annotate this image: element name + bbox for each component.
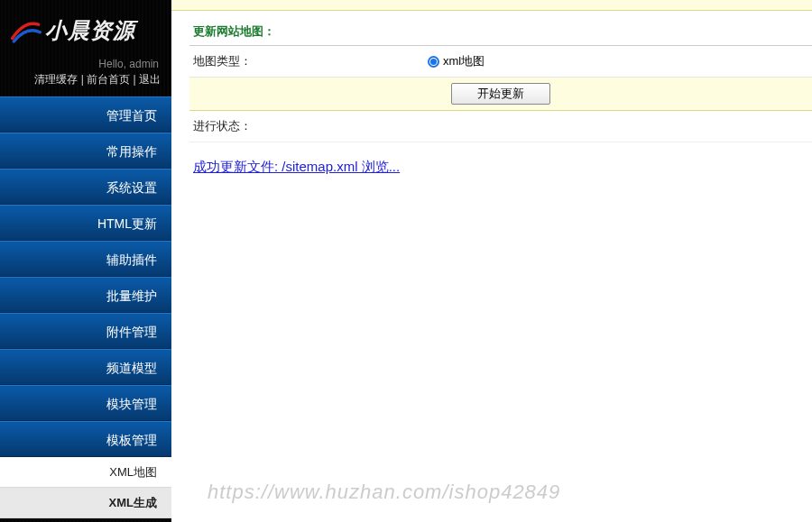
front-home-link[interactable]: 前台首页 <box>87 73 130 86</box>
logo-text: 小晨资源 <box>45 16 135 45</box>
top-links: 清理缓存 | 前台首页 | 退出 <box>0 72 171 96</box>
watermark: https://www.huzhan.com/ishop42849 <box>208 481 560 504</box>
submenu-xml-map[interactable]: XML地图 <box>0 457 171 488</box>
sidebar: 小晨资源 Hello, admin 清理缓存 | 前台首页 | 退出 管理首页 … <box>0 0 171 522</box>
submenu-xml-generate[interactable]: XML生成 <box>0 488 171 518</box>
progress-label: 进行状态： <box>189 111 812 142</box>
logout-link[interactable]: 退出 <box>139 73 161 86</box>
start-update-button[interactable]: 开始更新 <box>451 83 550 105</box>
map-type-row: 地图类型： xml地图 <box>189 46 812 78</box>
xml-radio-label: xml地图 <box>443 53 484 69</box>
clear-cache-link[interactable]: 清理缓存 <box>34 73 78 86</box>
menu-item-channel[interactable]: 频道模型 <box>0 349 171 385</box>
main-menu: 管理首页 常用操作 系统设置 HTML更新 辅助插件 批量维护 附件管理 频道模… <box>0 96 171 518</box>
logo: 小晨资源 <box>0 0 171 54</box>
menu-item-template[interactable]: 模板管理 <box>0 421 171 457</box>
menu-item-plugins[interactable]: 辅助插件 <box>0 241 171 277</box>
hello-user: Hello, admin <box>0 54 171 72</box>
menu-item-batch[interactable]: 批量维护 <box>0 277 171 313</box>
logo-icon <box>11 18 42 43</box>
top-notice-bar <box>171 0 812 11</box>
menu-item-common[interactable]: 常用操作 <box>0 133 171 169</box>
xml-radio[interactable] <box>428 56 439 68</box>
main-content: 更新网站地图： 地图类型： xml地图 开始更新 进行状态： 成功更新文件: /… <box>171 0 812 522</box>
menu-item-html[interactable]: HTML更新 <box>0 205 171 241</box>
result-link[interactable]: 成功更新文件: /sitemap.xml 浏览... <box>189 142 812 192</box>
menu-item-attachment[interactable]: 附件管理 <box>0 313 171 349</box>
menu-item-home[interactable]: 管理首页 <box>0 96 171 133</box>
button-row: 开始更新 <box>189 78 812 111</box>
panel-title: 更新网站地图： <box>189 18 812 46</box>
menu-item-system[interactable]: 系统设置 <box>0 169 171 205</box>
menu-item-module[interactable]: 模块管理 <box>0 385 171 421</box>
map-type-label: 地图类型： <box>193 53 428 69</box>
